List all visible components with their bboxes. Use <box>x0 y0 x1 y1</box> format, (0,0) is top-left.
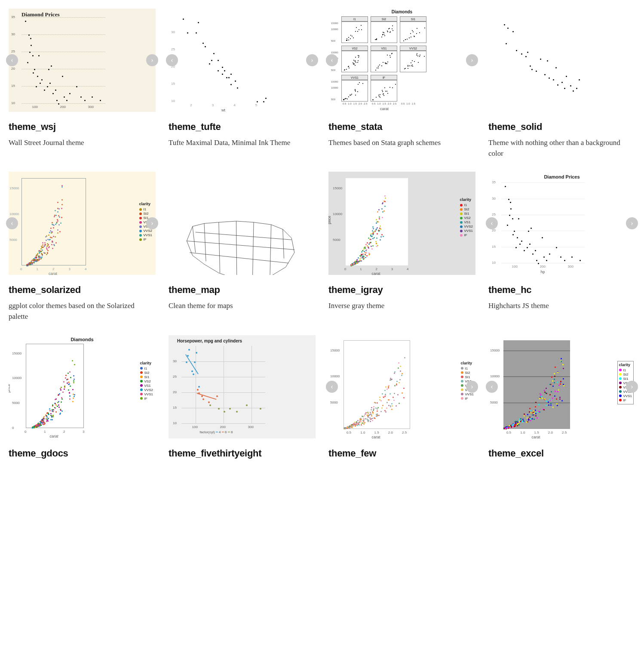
data-point <box>564 88 565 89</box>
data-point <box>563 368 564 369</box>
data-point <box>522 419 524 420</box>
data-point <box>53 244 55 245</box>
chart-thumbnail[interactable]: 0123450001000015000caratclarityI1SI2SI1V… <box>9 172 156 275</box>
data-point <box>517 237 518 238</box>
data-point <box>544 398 546 400</box>
theme-title[interactable]: theme_fivethirtyeight <box>169 448 316 459</box>
chart-thumbnail[interactable]: Diamond Prices101520253035100200300hp <box>488 172 635 275</box>
data-point <box>551 391 552 392</box>
chart-thumbnail[interactable]: 0123450001000015000caratpriceclarityI1SI… <box>328 172 475 275</box>
data-point <box>46 413 48 414</box>
data-point <box>61 217 62 218</box>
data-point <box>100 100 101 101</box>
data-point <box>380 239 381 240</box>
data-point <box>417 28 417 29</box>
carousel-next-icon[interactable]: › <box>626 217 638 229</box>
data-point <box>527 414 528 415</box>
carousel-prev-icon[interactable]: ‹ <box>6 217 18 229</box>
carousel-next-icon[interactable]: › <box>466 54 478 66</box>
chart-thumbnail[interactable]: DiamondsI1SI2SI1VS2VS1VVS2VVS1IF0.50.50.… <box>328 9 475 112</box>
theme-title[interactable]: theme_solid <box>488 121 635 133</box>
data-point <box>201 395 203 397</box>
carousel-prev-icon[interactable]: ‹ <box>326 381 338 393</box>
data-point <box>385 197 386 199</box>
chart-thumbnail[interactable] <box>488 9 635 112</box>
data-point <box>371 415 372 416</box>
theme-title[interactable]: theme_map <box>169 284 316 296</box>
carousel-next-icon[interactable]: › <box>466 381 478 393</box>
data-point <box>391 403 393 404</box>
chart-thumbnail[interactable]: Diamond Prices101520253035100200300 <box>9 9 156 112</box>
data-point <box>208 401 210 403</box>
data-point <box>30 38 31 39</box>
facet-header: VVS2 <box>400 46 426 51</box>
theme-title[interactable]: theme_tufte <box>169 121 316 133</box>
theme-title[interactable]: theme_igray <box>328 284 475 296</box>
chart-thumbnail[interactable]: 0.51.01.52.02.550001000015000caratclarit… <box>488 335 635 438</box>
theme-title[interactable]: theme_gdocs <box>9 448 156 459</box>
data-point <box>420 55 420 55</box>
chart-legend: clarityI1SI2SI1VS2VS1VVS2VVS1IF <box>460 197 473 237</box>
chart-thumbnail[interactable]: Diamonds0123050001000015000caratpricecla… <box>9 335 156 438</box>
data-point <box>365 257 366 258</box>
carousel-prev-icon[interactable]: ‹ <box>486 381 498 393</box>
theme-title[interactable]: theme_excel <box>488 448 635 459</box>
y-tick: 15000 <box>490 348 500 352</box>
x-tick: 0.5 <box>343 102 346 105</box>
facet-header: SI1 <box>400 16 426 22</box>
data-point <box>46 418 47 419</box>
data-point <box>372 412 374 413</box>
data-point <box>372 418 373 419</box>
data-point <box>512 31 514 32</box>
y-tick: 30 <box>11 32 15 36</box>
data-point <box>555 67 557 68</box>
data-point <box>38 256 40 258</box>
carousel-next-icon[interactable]: › <box>626 381 638 393</box>
y-tick: 500 <box>331 69 335 71</box>
facet-header: IF <box>371 75 397 80</box>
carousel-prev-icon[interactable]: ‹ <box>326 54 338 66</box>
carousel-prev-icon[interactable]: ‹ <box>6 54 18 66</box>
chart-thumbnail[interactable] <box>169 172 316 275</box>
carousel-prev-icon[interactable]: ‹ <box>486 217 498 229</box>
x-tick: 1.5 <box>534 431 539 435</box>
carousel-next-icon[interactable]: › <box>146 217 158 229</box>
data-point <box>64 96 65 98</box>
data-point <box>361 29 362 30</box>
y-tick: 25 <box>171 47 175 51</box>
theme-title[interactable]: theme_solarized <box>9 284 156 296</box>
data-point <box>209 63 210 65</box>
data-point <box>387 93 388 94</box>
data-point <box>364 415 365 416</box>
carousel-next-icon[interactable]: › <box>306 54 318 66</box>
data-point <box>360 421 362 422</box>
data-point <box>368 247 369 249</box>
x-tick: 100 <box>512 265 518 268</box>
theme-title[interactable]: theme_stata <box>328 121 475 133</box>
x-tick: 2 <box>52 267 54 271</box>
data-point <box>260 408 261 410</box>
data-point <box>218 408 220 410</box>
chart-thumbnail[interactable]: 0.51.01.52.02.550001000015000caratclarit… <box>328 335 475 438</box>
data-point <box>515 247 517 248</box>
data-point <box>38 55 40 56</box>
data-point <box>563 378 564 379</box>
carousel-prev-icon[interactable]: ‹ <box>166 54 178 66</box>
thumbnail-wrapper: ‹› 10152025302345wt <box>169 9 316 112</box>
data-point <box>404 357 405 358</box>
data-point <box>47 239 49 240</box>
data-point <box>32 55 34 56</box>
data-point <box>37 76 38 77</box>
data-point <box>392 405 393 407</box>
theme-title[interactable]: theme_wsj <box>9 121 156 133</box>
chart-thumbnail[interactable]: Horsepower, mpg and cylinders10152025301… <box>169 335 316 438</box>
data-point <box>73 394 74 395</box>
data-point <box>42 244 43 246</box>
chart-thumbnail[interactable]: 10152025302345wt <box>169 9 316 112</box>
data-point <box>191 370 193 372</box>
data-point <box>202 43 204 44</box>
carousel-next-icon[interactable]: › <box>146 54 158 66</box>
data-point <box>389 28 390 29</box>
theme-title[interactable]: theme_few <box>328 448 475 459</box>
theme-title[interactable]: theme_hc <box>488 284 635 296</box>
